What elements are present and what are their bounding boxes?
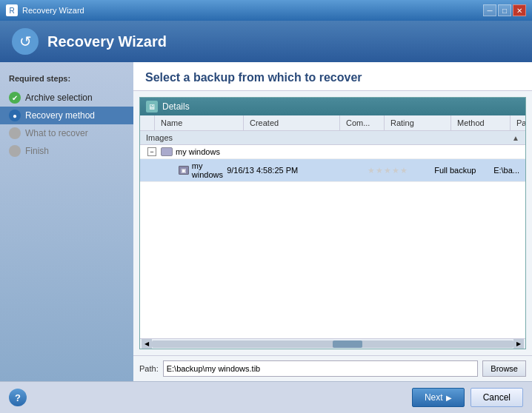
th-com: Com... [340, 115, 385, 130]
path-label: Path: [139, 364, 159, 373]
main-window: ↺ Recovery Wizard Required steps: ✔ Arch… [0, 21, 532, 413]
path-bar: Path: Browse [133, 355, 532, 381]
row-rating: ★ ★ ★ ★ ★ [368, 166, 434, 175]
table-body: Images ▲ − my windows [140, 131, 525, 338]
star-5: ★ [400, 166, 408, 175]
wizard-icon: ↺ [12, 28, 39, 55]
th-method: Method [451, 115, 511, 130]
sidebar-item-recovery-method[interactable]: ● Recovery method [0, 107, 133, 124]
help-button[interactable]: ? [9, 389, 27, 406]
table-row[interactable]: ▣ my windows 9/16/13 4:58:25 PM ★ ★ ★ ★ … [140, 159, 525, 182]
row-name: my windows [176, 147, 220, 156]
app-icon: R [6, 4, 18, 16]
table-row[interactable]: − my windows [140, 145, 525, 159]
scroll-right-button[interactable]: ▶ [513, 339, 524, 349]
next-button[interactable]: Next▶ [412, 388, 465, 407]
star-2: ★ [376, 166, 383, 175]
wizard-header: ↺ Recovery Wizard [0, 21, 532, 62]
star-1: ★ [368, 166, 375, 175]
star-3: ★ [384, 166, 391, 175]
scroll-left-button[interactable]: ◀ [142, 339, 152, 349]
minimize-button[interactable]: ─ [483, 4, 496, 16]
drive-icon [161, 147, 173, 156]
wizard-title: Recovery Wizard [47, 33, 167, 50]
sidebar-item-label: Finish [25, 146, 49, 156]
tree-toggle[interactable]: − [147, 147, 156, 156]
footer-left: ? [9, 389, 27, 406]
th-created: Created [244, 115, 340, 130]
row-method: Full backup [434, 166, 493, 175]
star-4: ★ [392, 166, 399, 175]
sidebar-item-label: What to recover [25, 128, 88, 138]
table-header: Name Created Com... Rating Method Pa... [140, 115, 525, 131]
window-controls: ─ □ ✕ [483, 4, 526, 16]
sidebar-item-archive-selection[interactable]: ✔ Archive selection [0, 89, 133, 107]
close-button[interactable]: ✕ [513, 4, 526, 16]
details-label: Details [162, 101, 190, 112]
group-header-images: Images ▲ [140, 131, 525, 145]
footer: ? Next▶ Cancel [0, 381, 532, 413]
sidebar: Required steps: ✔ Archive selection ● Re… [0, 62, 133, 381]
th-rating: Rating [385, 115, 451, 130]
details-box: 🖥 Details Name Created Com... Rating Met… [139, 97, 526, 349]
title-bar-text: Recovery Wizard [22, 6, 84, 15]
sidebar-label: Required steps: [0, 74, 133, 89]
row-created: 9/16/13 4:58:25 PM [227, 166, 323, 175]
group-title: Images [146, 133, 173, 142]
th-path: Pa... [511, 115, 526, 130]
collapse-icon[interactable]: ▲ [512, 134, 519, 142]
row-path: E:\ba... [493, 166, 519, 175]
step-icon-todo [9, 127, 21, 139]
cancel-button[interactable]: Cancel [471, 388, 523, 407]
path-input[interactable] [163, 360, 479, 377]
sidebar-item-finish: Finish [0, 142, 133, 160]
title-bar: R Recovery Wizard ─ □ ✕ [0, 0, 532, 21]
scrollbar-track[interactable] [152, 340, 513, 348]
sidebar-item-label: Recovery method [25, 110, 95, 121]
row-name: my windows [192, 161, 227, 179]
backup-icon: ▣ [179, 166, 189, 175]
details-header: 🖥 Details [140, 98, 525, 115]
browse-button[interactable]: Browse [482, 360, 526, 377]
horizontal-scrollbar[interactable]: ◀ ▶ [140, 338, 525, 349]
step-icon-done: ✔ [9, 92, 21, 104]
main-panel: Select a backup from which to recover 🖥 … [133, 62, 532, 381]
step-icon-active: ● [9, 110, 21, 121]
details-icon: 🖥 [146, 101, 158, 113]
sidebar-item-label: Archive selection [25, 93, 93, 103]
step-icon-todo [9, 145, 21, 157]
next-icon: ▶ [446, 394, 452, 402]
maximize-button[interactable]: □ [498, 4, 511, 16]
panel-title: Select a backup from which to recover [133, 62, 532, 91]
th-name: Name [155, 115, 244, 130]
content-area: Required steps: ✔ Archive selection ● Re… [0, 62, 532, 381]
scrollbar-thumb[interactable] [333, 340, 362, 348]
th-spacer [140, 115, 155, 130]
sidebar-item-what-to-recover: What to recover [0, 124, 133, 142]
